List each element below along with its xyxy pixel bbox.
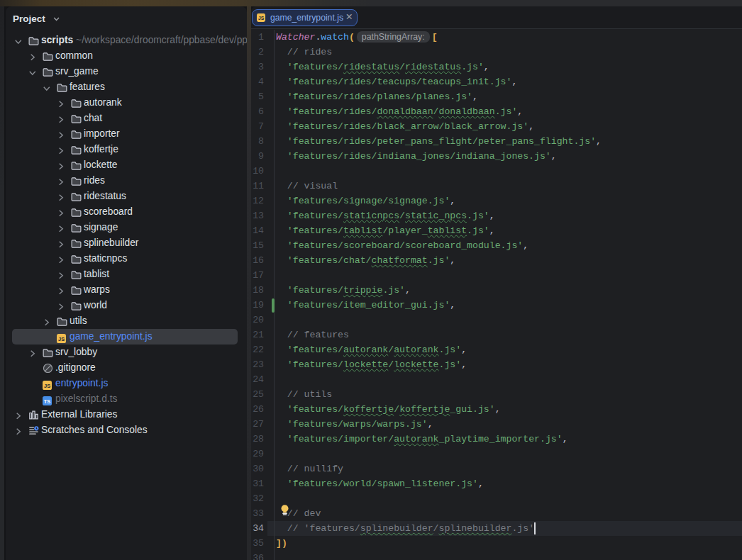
svg-text:TS: TS — [44, 398, 51, 405]
svg-text:JS: JS — [44, 383, 50, 389]
svg-text:JS: JS — [58, 336, 65, 342]
svg-text:JS: JS — [258, 16, 265, 21]
